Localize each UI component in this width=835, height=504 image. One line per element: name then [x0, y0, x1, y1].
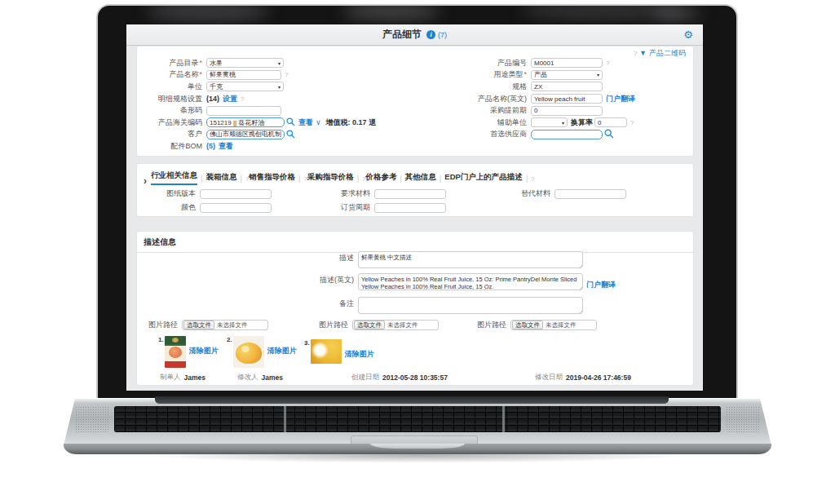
tab-sales-price[interactable]: 销售指导价格: [249, 172, 295, 185]
creator-label: 制单人: [160, 373, 181, 382]
tab-other-info[interactable]: 其他信息: [405, 172, 436, 185]
image-path-label: 图片路径: [319, 320, 348, 330]
catalog-select[interactable]: 水果▾: [206, 58, 284, 68]
file-status: 未选择文件: [217, 321, 248, 329]
tab-edp-description[interactable]: EDP门户上的产品描述: [444, 172, 523, 185]
tab-purchase-price[interactable]: 采购指导价格: [307, 172, 354, 185]
choose-file-button[interactable]: 选取文件: [512, 321, 543, 329]
customer-input[interactable]: [206, 130, 285, 139]
barcode-input[interactable]: [206, 106, 281, 116]
field-remark: 备注: [137, 297, 583, 314]
remark-textarea[interactable]: [358, 297, 583, 314]
help-icon[interactable]: ?: [285, 71, 288, 78]
substitute-material-input[interactable]: [554, 189, 626, 199]
portal-translate-link[interactable]: 门户翻译: [606, 94, 635, 104]
bom-view-link[interactable]: 查看: [219, 141, 233, 152]
file-input[interactable]: 选取文件 未选择文件: [182, 320, 268, 330]
image-path-field-3: 图片路径 选取文件 未选择文件: [477, 320, 597, 330]
help-icon[interactable]: ?: [531, 175, 534, 185]
aux-unit-select[interactable]: ▾: [531, 117, 568, 127]
help-icon[interactable]: ?: [241, 95, 244, 103]
image-path-label: 图片路径: [148, 320, 178, 330]
modifier-field: 修改人 James: [237, 373, 283, 382]
hs-view-link[interactable]: 查看: [298, 117, 313, 128]
help-icon[interactable]: ?: [630, 119, 634, 126]
clear-image-link[interactable]: 清除图片: [267, 346, 297, 356]
field-color: 颜色: [137, 202, 272, 213]
app-window: 产品细节 i (7) ⚙ ? ▼ 产品二维码 产品目录* 水果▾: [126, 24, 703, 391]
creator-field: 制单人 James: [160, 373, 205, 382]
chevron-down-icon: ▾: [278, 84, 281, 90]
usage-label: 用途类型: [493, 70, 523, 78]
modified-label: 修改日期: [535, 373, 563, 382]
search-icon[interactable]: [604, 127, 614, 142]
color-input[interactable]: [200, 203, 272, 213]
field-row-lead-time: 采购提前期: [463, 104, 635, 117]
field-row-usage: 用途类型* 产品▾: [463, 69, 635, 82]
supplier-input[interactable]: [531, 130, 603, 139]
choose-file-button[interactable]: 选取文件: [354, 321, 385, 329]
file-status: 未选择文件: [546, 321, 577, 329]
image-number: 1.: [158, 336, 164, 343]
tab-packing-info[interactable]: 装箱信息: [205, 172, 236, 185]
field-row-spec: 规格: [463, 81, 635, 93]
order-cycle-input[interactable]: [374, 203, 446, 213]
bom-count[interactable]: (5): [206, 142, 215, 150]
field-row-hs-code: 产品海关编码 查看 ∨ 增值税: 0.17 退: [137, 117, 376, 129]
choose-file-button[interactable]: 选取文件: [183, 321, 214, 329]
bezel-reflection: [342, 4, 440, 20]
spec-setting-link[interactable]: 设置: [223, 94, 237, 104]
tab-price-reference[interactable]: 价格参考: [365, 172, 396, 185]
rate-input[interactable]: [594, 117, 627, 127]
file-input[interactable]: 选取文件 未选择文件: [352, 320, 439, 330]
spec-input[interactable]: [531, 82, 603, 91]
laptop-front-edge: [64, 444, 771, 454]
search-icon[interactable]: [286, 127, 295, 142]
help-icon[interactable]: ?: [634, 50, 637, 57]
drawing-version-input[interactable]: [200, 189, 272, 199]
required-material-input[interactable]: [374, 189, 446, 199]
section-title: 描述信息: [137, 232, 693, 253]
portal-translate-link[interactable]: 门户翻译: [586, 280, 616, 290]
info-icon[interactable]: i: [426, 30, 435, 39]
created-label: 创建日期: [351, 373, 379, 382]
lead-time-label: 采购提前期: [463, 105, 527, 116]
clear-image-link[interactable]: 清除图片: [189, 346, 219, 356]
laptop-base-body: [64, 399, 771, 445]
desc-textarea[interactable]: 鲜果黄桃 中文描述: [358, 251, 583, 268]
product-code-input[interactable]: [531, 58, 603, 68]
help-icon[interactable]: ?: [606, 60, 609, 67]
laptop-screen-bezel: 产品细节 i (7) ⚙ ? ▼ 产品二维码 产品目录* 水果▾: [96, 4, 738, 398]
unit-select[interactable]: 千克▾: [206, 82, 284, 91]
image-path-field-2: 图片路径 选取文件 未选择文件: [319, 320, 439, 330]
customer-label: 客户: [137, 129, 202, 139]
modifier-value: James: [262, 374, 283, 382]
info-count[interactable]: (7): [438, 31, 447, 39]
usage-select[interactable]: 产品▾: [531, 70, 603, 80]
description-panel: 描述信息 描述 鲜果黄桃 中文描述 描述(英文) Yellow Peaches …: [136, 231, 694, 386]
clear-image-link[interactable]: 清除图片: [345, 349, 374, 360]
gear-icon[interactable]: ⚙: [683, 29, 693, 41]
catalog-label: 产品目录: [169, 59, 198, 67]
field-required-material: 要求材料: [311, 188, 446, 199]
hs-code-input[interactable]: [206, 117, 285, 127]
field-row-unit: 单位 千克▾: [137, 81, 376, 93]
speaker-grille-left: [75, 406, 109, 432]
image-number: 2.: [227, 336, 232, 343]
file-input[interactable]: 选取文件 未选择文件: [510, 320, 597, 330]
tab-industry-info[interactable]: 行业相关信息: [151, 170, 197, 185]
desc-en-textarea[interactable]: Yellow Peaches in 100% Real Fruit Juice,…: [358, 273, 583, 290]
name-en-label: 产品名称(英文): [463, 94, 527, 104]
desc-label: 描述: [137, 251, 354, 263]
collapse-chevron-icon[interactable]: ›: [144, 177, 147, 185]
name-en-input[interactable]: [531, 94, 603, 104]
tab-bar: › 行业相关信息 | 装箱信息 | ? 销售指导价格 | ? 采购指导价格 | …: [137, 164, 693, 185]
speaker-grille-right: [726, 406, 760, 432]
product-name-input[interactable]: [206, 70, 281, 80]
laptop-thumb-notch: [370, 444, 465, 449]
lead-time-input[interactable]: [531, 106, 603, 116]
field-row-name-en: 产品名称(英文) 门户翻译: [463, 93, 635, 105]
product-qrcode-link[interactable]: 产品二维码: [649, 48, 686, 59]
image-path-field-1: 图片路径 选取文件 未选择文件: [148, 320, 268, 330]
expand-chevron-icon[interactable]: ∨: [316, 118, 321, 126]
